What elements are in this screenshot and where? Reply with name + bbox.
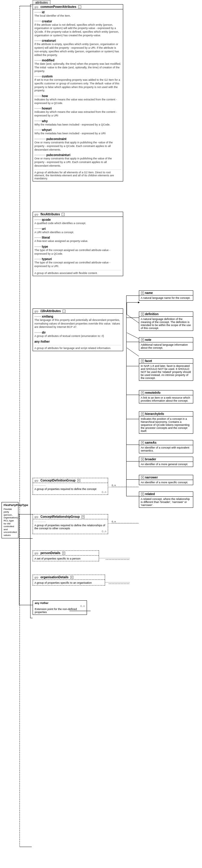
attr-modified-name: modified	[42, 59, 55, 62]
common-power-attributes-header: grp commonPowerAttributes -	[33, 4, 123, 9]
expand-cdg[interactable]: +	[77, 479, 80, 482]
attr-pubconstrainturi: ··············· pubconstrainturi One or …	[34, 153, 122, 167]
concept-relationship-group-title: ConceptRelationshipGroup	[40, 515, 80, 518]
name-box: + name A natural language name for the c…	[139, 290, 193, 301]
same-as-title: sameAs	[145, 441, 157, 444]
expand-crg[interactable]: +	[81, 515, 85, 518]
attr-creator-name: creator	[42, 20, 52, 23]
flex-party-connector-h2	[19, 538, 33, 539]
broader-box: + broader An identifier of a more genera…	[139, 457, 193, 467]
any-other-bottom-name: any #other	[35, 601, 85, 604]
concept-definition-group-box: grp ConceptDefinitionGroup + ···········…	[33, 478, 108, 495]
expand-flex[interactable]: -	[62, 213, 65, 216]
attr-uri-name: uri	[42, 227, 46, 230]
svg-line-8	[127, 333, 139, 339]
concept-relationship-group-content: ··············· A group of properties re…	[33, 519, 108, 534]
grp-icon-crg: grp	[34, 515, 38, 518]
svg-line-9	[127, 348, 139, 356]
attr-howuri-name: howuri	[42, 107, 52, 110]
narrower-title: narrower	[145, 476, 158, 479]
bottom-left-arrow	[19, 605, 33, 605]
note-desc: Additional natural language information …	[139, 342, 193, 350]
hierarchy-info-box: + hierarchyInfo Indicates the position o…	[139, 411, 193, 434]
common-power-attributes-section: grp commonPowerAttributes - ········· id…	[33, 4, 123, 182]
concept-relationship-group-box: grp ConceptRelationshipGroup + ·········…	[33, 514, 108, 534]
narrower-box: + narrower An identifier of a more speci…	[139, 475, 193, 485]
same-as-expand[interactable]: +	[141, 441, 144, 444]
any-other-bottom-desc: Extension point for the non-defined prop…	[35, 608, 85, 614]
od-connector	[105, 582, 130, 583]
concept-relationship-group-header: grp ConceptRelationshipGroup +	[33, 515, 108, 519]
attr-any-other-i18n: any #other	[34, 340, 122, 343]
note-expand[interactable]: +	[141, 338, 144, 341]
flex-party-prop-type-note: FlexPartyPropType Flexible party (person…	[1, 502, 19, 538]
expand-pd[interactable]: +	[62, 552, 65, 555]
related-desc: A related concept, where the relationshi…	[139, 497, 193, 507]
concept-definition-dots: ···············	[34, 484, 106, 487]
concept-relationship-group-desc: A group of properties required to define…	[34, 524, 106, 530]
attr-whyuri: ········· whyuri Why the metadata has be…	[34, 128, 122, 135]
broader-title: broader	[145, 458, 156, 461]
related-box: + related A related concept, where the r…	[139, 492, 193, 508]
common-power-group-note: A group of attributes for all elements o…	[34, 169, 122, 180]
expand-od[interactable]: +	[70, 576, 73, 579]
attr-typeuri-desc: The type of the concept assigned as cont…	[34, 261, 122, 268]
concept-definition-group-content: ··············· A group of properties re…	[33, 483, 108, 495]
facet-expand[interactable]: +	[141, 360, 144, 363]
attr-why-desc: Why the metadata has been included - exp…	[34, 123, 122, 127]
concept-relationship-multiplicity: 0..n	[34, 530, 106, 533]
grp-icon-od: grp	[34, 576, 38, 579]
attr-creatoruri-name: creatoruri	[42, 39, 56, 42]
related-expand[interactable]: +	[141, 493, 144, 496]
name-title: name	[145, 291, 153, 294]
expand-common[interactable]: -	[78, 5, 81, 8]
remote-info-expand[interactable]: +	[141, 391, 144, 394]
connector-note	[126, 342, 139, 342]
definition-box: + definition A natural language definiti…	[139, 311, 193, 331]
crg-mult-label: 0..n	[112, 520, 115, 523]
remote-info-box: + remoteInfo A link to an item or a web …	[139, 390, 193, 403]
attr-qcode-desc: A qualified code which identifies a conc…	[34, 222, 122, 225]
attr-id-desc: The local identifier of the item.	[34, 14, 122, 18]
connector-broader	[126, 461, 139, 462]
attr-dir-name: dir	[42, 331, 46, 334]
definition-desc: A natural language definition of the mea…	[139, 317, 193, 331]
attr-custom: ········· custom If set to true the corr…	[34, 75, 122, 93]
hierarchy-info-desc: Indicates the position of a concept in a…	[139, 416, 193, 433]
attr-any-other-i18n-name: any #other	[34, 340, 50, 343]
attr-how: ········· how Indicates by which means t…	[34, 94, 122, 105]
attr-literal-desc: A free-text value assigned as property-v…	[34, 240, 122, 243]
organisation-details-box: grp organisationDetails + A group of pro…	[33, 575, 105, 586]
attr-modified: ········· modified The date (and, option…	[34, 59, 122, 73]
attr-why-name: why	[42, 120, 48, 123]
common-power-attributes-content: ········· id The local identifier of the…	[33, 9, 123, 181]
related-title: related	[145, 492, 155, 496]
attr-howuri-desc: Indicates by which means the value was e…	[34, 111, 122, 117]
attr-whyuri-desc: Why the metadata has been included - exp…	[34, 132, 122, 135]
person-details-box: grp personDetails + A set of properties …	[33, 551, 99, 561]
connector-hierarchy	[126, 419, 139, 419]
i18n-attributes-title: i18nAttributes	[40, 309, 61, 313]
tab-label: attributes	[35, 1, 48, 4]
any-other-bottom-multiplicity: 0..n	[35, 604, 85, 608]
definition-expand[interactable]: +	[141, 313, 144, 316]
narrower-expand[interactable]: +	[141, 476, 144, 479]
any-other-bottom-box: any #other 0..n Extension point for the …	[33, 600, 87, 615]
attr-literal: ········· literal A free-text value assi…	[34, 236, 122, 243]
organisation-details-header: grp organisationDetails +	[33, 575, 105, 580]
definition-title: definition	[145, 312, 159, 316]
broader-expand[interactable]: +	[141, 458, 144, 461]
cdg-connector	[108, 487, 139, 487]
flex-party-prop-type-desc: Flexible party (person, organisation): R…	[4, 508, 16, 537]
name-expand[interactable]: +	[141, 291, 144, 294]
connector-sameas	[126, 444, 139, 445]
facet-desc: In NAR 1.8 and later, facet is deprecate…	[139, 364, 193, 380]
hierarchy-info-expand[interactable]: +	[141, 412, 144, 415]
expand-i18n[interactable]: -	[63, 310, 66, 313]
person-details-desc: A set of properties specific to a person	[34, 557, 97, 560]
grp-icon-flex: grp	[34, 213, 38, 216]
connector-remote	[126, 395, 139, 395]
connector-name	[126, 296, 139, 296]
attr-id-name: id	[42, 10, 45, 14]
remote-info-desc: A link to an item or a web resource whic…	[139, 395, 193, 403]
